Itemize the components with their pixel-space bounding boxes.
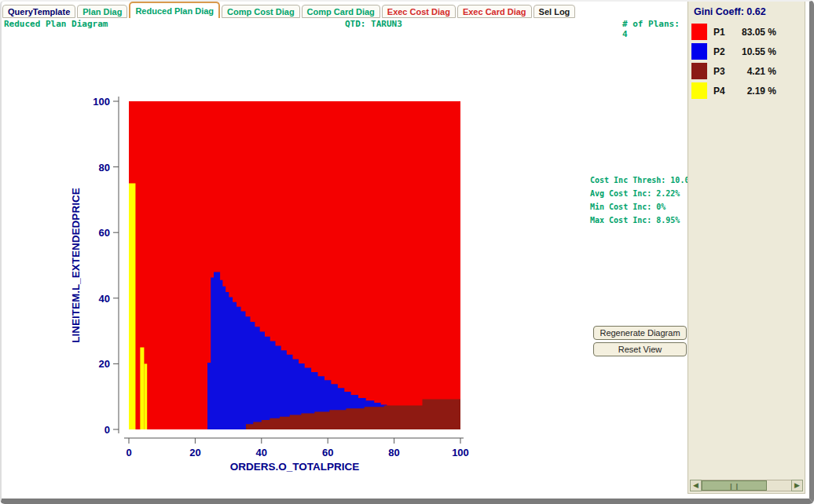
cost-thresh-label: Cost Inc Thresh: 10.0 (590, 173, 688, 187)
tab-querytemplate[interactable]: QueryTemplate (2, 5, 75, 18)
cost-max-label: Max Cost Inc: 8.95% (590, 214, 688, 227)
svg-text:100: 100 (452, 447, 469, 458)
svg-text:60: 60 (322, 447, 333, 458)
legend-row-p2: P210.55 % (688, 42, 805, 61)
tab-reduced-plan-diag[interactable]: Reduced Plan Diag (129, 2, 220, 18)
cost-avg-label: Avg Cost Inc: 2.22% (590, 187, 688, 200)
svg-text:80: 80 (99, 162, 110, 173)
legend-row-p4: P42.19 % (688, 81, 805, 100)
cost-min-label: Min Cost Inc: 0% (590, 200, 688, 214)
legend-percentage: 10.55 % (737, 46, 776, 57)
cost-info-block: Cost Inc Thresh: 10.0 Avg Cost Inc: 2.22… (590, 173, 688, 227)
regenerate-diagram-button[interactable]: Regenerate Diagram (593, 326, 687, 340)
legend-row-p3: P34.21 % (688, 61, 805, 81)
svg-text:0: 0 (104, 424, 110, 436)
legend-percentage: 2.19 % (737, 86, 776, 97)
svg-text:60: 60 (99, 227, 110, 239)
svg-text:20: 20 (189, 447, 200, 458)
svg-text:80: 80 (388, 447, 399, 458)
legend-color-swatch (691, 24, 707, 40)
svg-text:100: 100 (93, 96, 110, 108)
legend-plan-label: P4 (713, 86, 737, 97)
scrollbar-thumb[interactable]: ❙❙ (702, 480, 767, 491)
svg-text:40: 40 (256, 447, 267, 458)
y-axis-label: LINEITEM.L_EXTENDEDPRICE (70, 188, 82, 342)
info-bar: Reduced Plan Diagram QTD: TARUN3 # of Pl… (2, 19, 685, 30)
legend-color-swatch (691, 43, 707, 60)
qtd-label: QTD: TARUN3 (345, 19, 402, 29)
legend-horizontal-scrollbar[interactable]: ◀ ❙❙ ▶ (690, 480, 803, 491)
scrollbar-grip-icon: ❙❙ (728, 483, 740, 490)
legend-color-swatch (691, 63, 707, 79)
scrollbar-track[interactable]: ❙❙ (702, 480, 791, 491)
legend-panel: Gini Coeff: 0.62 P183.05 %P210.55 %P34.2… (688, 2, 805, 494)
tab-sel-log[interactable]: Sel Log (534, 5, 576, 18)
scroll-right-arrow-icon[interactable]: ▶ (791, 480, 803, 491)
gini-coefficient-label: Gini Coeff: 0.62 (694, 6, 805, 17)
tab-plan-diag[interactable]: Plan Diag (77, 5, 127, 18)
scroll-left-arrow-icon[interactable]: ◀ (690, 480, 702, 491)
plan-count-label: # of Plans: 4 (622, 19, 685, 39)
tab-comp-card-diag[interactable]: Comp Card Diag (302, 5, 380, 18)
tab-exec-card-diag[interactable]: Exec Card Diag (457, 5, 532, 18)
svg-text:20: 20 (99, 358, 110, 370)
plan-legend: P183.05 %P210.55 %P34.21 %P42.19 % (688, 22, 805, 100)
diagram-title: Reduced Plan Diagram (4, 19, 108, 29)
tab-exec-cost-diag[interactable]: Exec Cost Diag (382, 5, 456, 18)
reset-view-button[interactable]: Reset View (593, 342, 687, 356)
legend-row-p1: P183.05 % (688, 22, 805, 42)
legend-plan-label: P1 (713, 27, 737, 38)
x-axis-label: ORDERS.O_TOTALPRICE (230, 461, 360, 473)
svg-text:40: 40 (99, 293, 110, 305)
app-window: QueryTemplatePlan DiagReduced Plan DiagC… (0, 0, 814, 504)
tab-bar: QueryTemplatePlan DiagReduced Plan DiagC… (2, 2, 577, 18)
svg-text:0: 0 (126, 447, 131, 458)
legend-percentage: 4.21 % (737, 66, 776, 77)
legend-plan-label: P3 (713, 66, 737, 77)
legend-percentage: 83.05 % (737, 27, 776, 38)
legend-color-swatch (691, 82, 707, 99)
window-frame: QueryTemplatePlan DiagReduced Plan DiagC… (0, 0, 814, 504)
legend-plan-label: P2 (713, 46, 737, 57)
tab-comp-cost-diag[interactable]: Comp Cost Diag (222, 5, 300, 18)
